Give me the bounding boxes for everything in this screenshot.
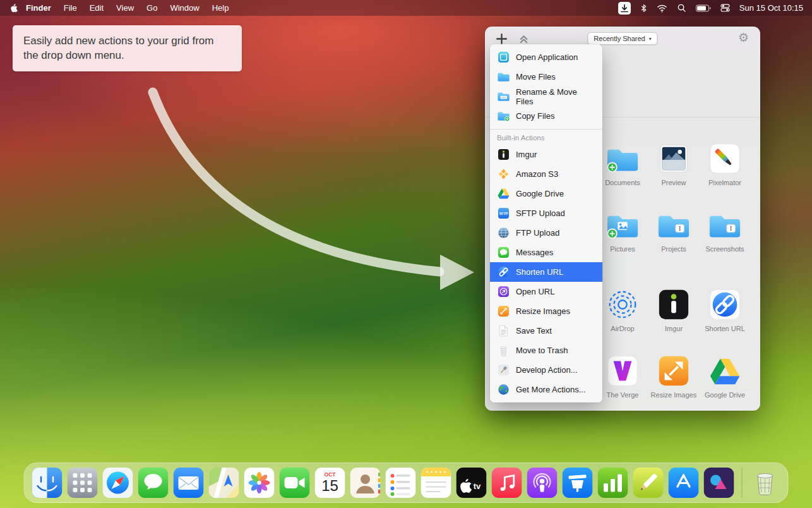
dock-appletv[interactable]: tv (457, 468, 487, 498)
menubar-menus: FinderFileEditViewGoWindowHelp (21, 1, 235, 15)
menu-item-imgur[interactable]: Imgur (490, 145, 602, 164)
grid-item-the-verge[interactable]: The Verge (597, 354, 648, 399)
grid-item-shorten-url[interactable]: Shorten URL (700, 287, 750, 332)
grid-item-airdrop[interactable]: AirDrop (597, 287, 648, 332)
dropzone-menubar-icon[interactable] (618, 2, 631, 15)
desktop: { "menu_bar": { "menus": ["Finder", "Fil… (0, 0, 812, 508)
recently-shared-dropdown[interactable]: Recently Shared ▾ (587, 32, 657, 45)
grid-item-imgur[interactable]: Imgur (648, 287, 699, 332)
menu-item-save-text[interactable]: Save Text (490, 321, 602, 341)
dock-maps[interactable] (209, 468, 239, 498)
shorten-url-icon (497, 265, 510, 279)
menubar-menu-go[interactable]: Go (140, 1, 164, 15)
spotlight-icon[interactable] (677, 3, 686, 13)
dock-safari[interactable] (103, 468, 133, 498)
apple-logo-icon[interactable] (9, 3, 18, 13)
grid-item-preview[interactable]: Preview (648, 142, 699, 186)
dock-podcasts[interactable] (527, 468, 558, 498)
get-more-actions-icon (497, 383, 510, 396)
add-action-plus-button[interactable] (495, 32, 508, 45)
grid-item-label: Documents (605, 179, 640, 186)
dock-pencil[interactable] (633, 468, 664, 498)
menu-item-open-application[interactable]: Open Application (490, 47, 602, 67)
the-verge-icon (606, 354, 640, 388)
dock-calendar[interactable]: OCT15 (315, 468, 345, 498)
dock-reminders[interactable] (386, 468, 416, 498)
menu-item-label: Open URL (516, 287, 554, 296)
grid-item-screenshots[interactable]: IScreenshots (700, 208, 750, 253)
menu-item-resize-images[interactable]: Resize Images (490, 301, 602, 321)
menubar-menu-finder[interactable]: Finder (21, 1, 57, 15)
menu-item-label: Google Drive (516, 189, 564, 198)
grid-item-label: Pixelmator (708, 179, 741, 186)
dock-finder[interactable] (32, 468, 63, 498)
menu-item-label: Copy Files (516, 111, 554, 121)
dock-chart[interactable] (598, 468, 628, 498)
menu-item-rename-move-files[interactable]: Rename & Move Files (490, 87, 602, 106)
menu-item-label: Messages (516, 248, 553, 257)
menubar-menu-window[interactable]: Window (164, 1, 205, 15)
open-application-icon (497, 51, 510, 64)
dock-messages[interactable] (138, 468, 169, 498)
menu-separator (490, 129, 602, 130)
dock-appstore[interactable] (669, 468, 699, 498)
menu-item-move-to-trash[interactable]: Move to Trash (490, 341, 602, 360)
menu-item-label: Shorten URL (516, 267, 563, 277)
folder-i-icon: I (708, 208, 742, 242)
reorder-chevrons-icon[interactable] (518, 33, 530, 45)
dock-keynote[interactable] (563, 468, 593, 498)
menu-item-copy-files[interactable]: Copy Files (490, 106, 602, 126)
imgur-tile-icon (657, 287, 691, 322)
menubar-menu-view[interactable]: View (110, 1, 140, 15)
grid-item-resize-images[interactable]: Resize Images (648, 354, 699, 399)
menu-item-label: Move to Trash (516, 346, 568, 355)
dock-mail[interactable] (174, 468, 204, 498)
menubar-menu-edit[interactable]: Edit (83, 1, 110, 15)
menu-item-develop-action[interactable]: Develop Action... (490, 360, 602, 380)
grid-row: AirDropImgurShorten URL (597, 287, 750, 332)
menu-item-get-more-actions[interactable]: Get More Actions... (490, 380, 602, 399)
svg-text:I: I (730, 225, 732, 232)
svg-text:SFTP: SFTP (499, 212, 508, 215)
grid-item-label: Imgur (665, 325, 683, 332)
folder-i-icon: I (657, 208, 691, 242)
battery-icon[interactable] (696, 4, 711, 12)
bluetooth-icon[interactable] (640, 3, 647, 13)
dock-notes[interactable] (421, 468, 451, 498)
menubar-clock[interactable]: Sun 15 Oct 10:15 (739, 3, 803, 13)
menu-item-move-files[interactable]: Move Files (490, 67, 602, 87)
grid-item-google-drive[interactable]: Google Drive (700, 354, 750, 399)
menu-item-open-url[interactable]: Open URL (490, 282, 602, 301)
menu-item-ftp-upload[interactable]: FTP Upload (490, 223, 602, 243)
grid-row: The VergeResize ImagesGoogle Drive (597, 354, 750, 399)
dock-photos[interactable] (244, 468, 275, 498)
menu-item-shorten-url[interactable]: Shorten URL (490, 262, 602, 282)
wifi-icon[interactable] (657, 4, 667, 13)
settings-gear-icon[interactable]: ⚙ (738, 32, 749, 44)
dock-graphics[interactable] (704, 468, 734, 498)
dock-launchpad[interactable] (68, 468, 98, 498)
menu-item-messages[interactable]: Messages (490, 243, 602, 262)
grid-item-documents[interactable]: Documents (597, 142, 648, 186)
dock-contacts[interactable] (350, 468, 381, 498)
folder-pictures-icon (606, 208, 640, 242)
grid-item-pictures[interactable]: Pictures (597, 208, 648, 253)
menu-item-google-drive[interactable]: Google Drive (490, 184, 602, 203)
dropdown-label: Recently Shared (594, 35, 645, 42)
menu-item-label: Amazon S3 (516, 169, 558, 179)
menubar-menu-file[interactable]: File (57, 1, 83, 15)
amazon-s3-icon (497, 167, 510, 181)
grid-item-pixelmator[interactable]: Pixelmator (700, 142, 750, 186)
dock-trash[interactable] (750, 468, 780, 498)
svg-text:OCT: OCT (325, 471, 337, 478)
menu-item-amazon-s3[interactable]: Amazon S3 (490, 164, 602, 184)
dock-music[interactable] (492, 468, 522, 498)
move-files-icon (497, 70, 510, 83)
grid-row: DocumentsPreviewPixelmator (597, 142, 750, 186)
menu-item-label: Imgur (516, 150, 537, 159)
control-center-icon[interactable] (720, 3, 730, 13)
menubar-menu-help[interactable]: Help (206, 1, 236, 15)
dock-facetime[interactable] (280, 468, 310, 498)
grid-item-projects[interactable]: IProjects (648, 208, 699, 253)
menu-item-sftp-upload[interactable]: SFTPSFTP Upload (490, 203, 602, 223)
